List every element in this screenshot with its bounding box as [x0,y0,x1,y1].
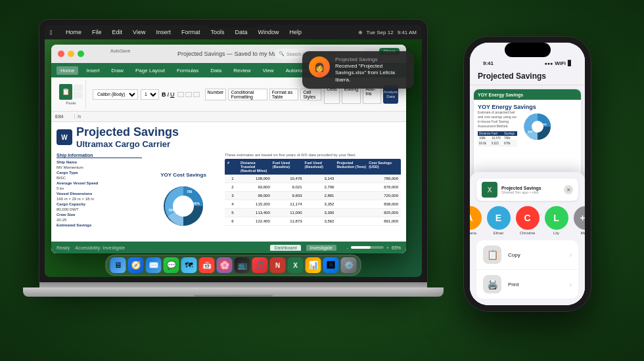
tab-review[interactable]: Review [229,66,254,75]
crew-size-value: 20-25 [57,218,66,222]
conditional-format-button[interactable]: Conditional Formatting [228,89,267,100]
contact-christine[interactable]: C Christine [516,206,540,235]
sheet-body: Ship Information Ship Name MV Momentum [57,153,401,253]
maximize-button[interactable] [78,51,84,57]
company-logo: W [57,129,72,145]
share-option-print[interactable]: 🖨️ Print › [476,270,578,299]
sheet-header: W Projected Savings Ultramax Cargo Carri… [57,126,401,149]
dock-photos[interactable]: 🌸 [217,257,233,273]
row5-fuel-r: 3,300 [304,210,336,215]
menu-data[interactable]: Data [232,29,250,35]
cut-button[interactable] [74,92,83,98]
number-format-button[interactable]: Number [205,89,227,100]
menu-edit[interactable]: Edit [110,29,126,35]
dock-settings[interactable]: ⚙️ [341,257,357,273]
preview-left-info: Estimate of projected fuel and cost savi… [478,110,517,146]
contact-more[interactable]: +3 More [574,206,586,235]
copy-label: Copy [508,252,520,258]
menubar-datetime: Tue Sep 12 [367,30,394,35]
dock-safari[interactable]: 🧭 [128,257,144,273]
tab-draw[interactable]: Draw [107,66,127,75]
minimize-button[interactable] [68,51,74,57]
airdrop-title: Projected Savings [335,56,407,62]
dashboard-tab[interactable]: Dashboard [270,245,300,251]
underline-button[interactable]: U [170,91,175,98]
yoy-title: YOY Cost Savings [157,172,210,178]
menu-insert[interactable]: Insert [153,29,173,35]
dock-appstore[interactable]: 🅰 [323,257,339,273]
ship-info-panel: Ship Information Ship Name MV Momentum [57,153,142,253]
dock-mail[interactable]: ✉️ [146,257,162,273]
contact-ethan[interactable]: E Ethan [487,206,511,235]
dock-finder[interactable]: 🖥 [110,257,126,273]
vessel-speed-value: 5 kn [57,186,64,190]
menu-view[interactable]: View [130,29,148,35]
menu-format[interactable]: Format [179,29,203,35]
contact-adriana[interactable]: A Adriana [470,206,482,235]
formula-input[interactable] [83,114,402,119]
cell-styles-button[interactable]: Cell Styles [300,89,321,100]
contact-lily[interactable]: L Lily [545,206,568,235]
font-size-select[interactable]: 12 [141,89,159,100]
contact-row: A Adriana E Ethan C Christine L Lily [476,206,578,235]
print-label: Print [508,282,518,287]
menu-window[interactable]: Window [255,29,281,35]
menu-file[interactable]: File [89,29,104,35]
align-right-button[interactable] [193,92,200,97]
sharesheet-close-button[interactable]: ✕ [564,185,573,194]
dock-calendar[interactable]: 📅 [199,257,215,273]
vessel-speed-label: Average Vessel Speed [57,181,98,185]
tab-insert[interactable]: Insert [82,66,103,75]
zoom-controls: - + 65% [347,245,401,250]
menu-tools[interactable]: Tools [208,29,227,35]
ship-name-value: MV Momentum [57,165,83,169]
file-name: Projected Savings [501,186,560,190]
dock-numbers[interactable]: X [288,257,304,273]
share-option-copy[interactable]: 📋 Copy › [476,240,578,270]
row1-reduction [335,176,367,181]
autosave-toggle[interactable]: AutoSave [110,49,130,53]
cell-reference[interactable]: E84 [55,114,75,119]
apple-menu-icon[interactable]:  [50,29,57,35]
preview-content: YOY Energy Savings Estimate of projected… [474,100,581,181]
window-controls [58,51,84,57]
row1-distance: 108,000 [239,176,271,181]
align-center-button[interactable] [185,92,192,97]
iphone-excel-preview[interactable]: YOY Energy Savings YOY Energy Savings Es… [474,89,581,181]
dock-excel[interactable]: 📊 [306,257,321,273]
investigate-tab[interactable]: Investigate [306,245,336,251]
iphone-signal-icon: ●●● [545,61,553,66]
paste-button[interactable]: 📋 [59,84,72,100]
excel-window-title: Projected Savings — Saved to my Mac [177,51,280,57]
tab-page-layout[interactable]: Page Layout [131,66,169,75]
airdrop-sharesheet: X Projected Savings Shared 5m ago • xlsx… [470,172,585,305]
align-left-button[interactable] [177,92,184,97]
tab-home[interactable]: Home [57,66,78,75]
spreadsheet-area: W Projected Savings Ultramax Cargo Carri… [51,122,406,253]
menu-excel[interactable]: Home [63,29,84,35]
col-distance: Distance Traveled (Nautical Miles) [239,160,271,173]
macos-desktop: AutoSave Projected Savings — Saved to my… [45,39,422,277]
tab-data[interactable]: Data [206,66,225,75]
dock-messages[interactable]: 💬 [164,257,179,273]
italic-button[interactable]: I [168,91,170,98]
copy-button[interactable] [74,85,83,91]
close-button[interactable] [58,51,64,57]
dock-music[interactable]: 🎵 [252,257,268,273]
tab-formulas[interactable]: Formulas [173,66,202,75]
dock-maps[interactable]: 🗺 [181,257,197,273]
tab-view[interactable]: View [258,66,277,75]
preview-description: Estimate of projected fuel and cost savi… [478,110,517,129]
font-family-select[interactable]: Calibri (Body) [93,89,138,100]
dock-news[interactable]: N [270,257,286,273]
pie-label-2: 786 [187,190,193,194]
preview-table-mini: DistanceFuelSavings 108k10,476786k 93.6k… [478,131,517,146]
row4-num: 4 [226,202,239,207]
row1-num: 1 [226,176,239,181]
menu-help[interactable]: Help [287,29,304,35]
format-table-button[interactable]: Format as Table [269,89,298,100]
preview-body: Estimate of projected fuel and cost savi… [478,110,577,146]
dock-appletv[interactable]: 📺 [235,257,250,273]
bold-button[interactable]: B [162,91,166,98]
contact-avatar-christine: C [516,206,540,230]
